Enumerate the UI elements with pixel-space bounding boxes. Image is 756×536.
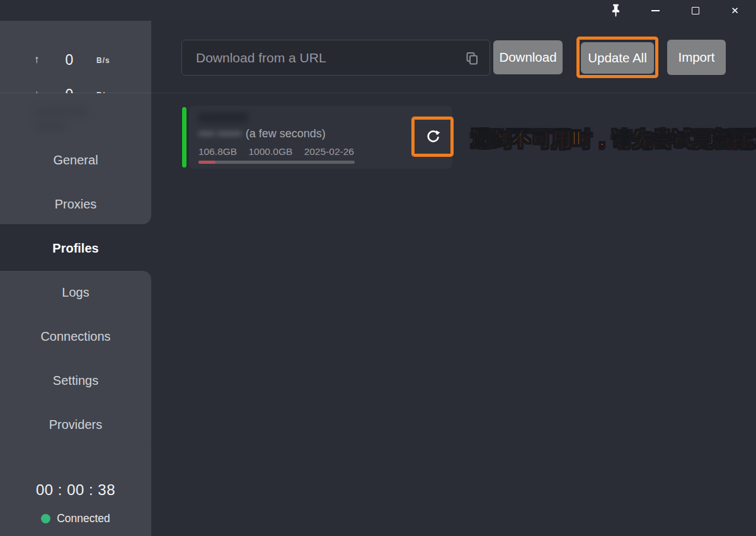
update-all-button[interactable]: Update All bbox=[581, 42, 654, 74]
close-button[interactable]: ✕ bbox=[715, 0, 755, 21]
profile-used-traffic: 106.8GB bbox=[198, 146, 237, 157]
redacted-profile-url: ▪▪▪▪ ▪▪▪▪▪▪ bbox=[198, 127, 242, 140]
paste-clipboard-button[interactable] bbox=[464, 51, 479, 66]
sidebar-bottom-divider bbox=[0, 447, 151, 448]
status-dot-icon bbox=[41, 514, 50, 523]
profile-updated-ago: (a few seconds) bbox=[246, 127, 326, 140]
traffic-progress-bar bbox=[198, 161, 355, 164]
download-button[interactable]: Download bbox=[493, 40, 563, 74]
redacted-profile-name: ▆▆▆▆▆▆ bbox=[198, 110, 248, 123]
profile-total-traffic: 1000.0GB bbox=[249, 146, 293, 157]
upload-speed-row: ↑ 0 B/s bbox=[0, 52, 151, 71]
maximize-button[interactable] bbox=[675, 0, 715, 21]
sidebar-item-proxies[interactable]: Proxies bbox=[0, 182, 151, 226]
redacted-sidebar-text: ▂▂▂▂▂▂▂ ▂▂▂▂ bbox=[37, 101, 117, 130]
window-controls: ✕ bbox=[596, 0, 755, 21]
url-input-container bbox=[181, 40, 490, 76]
refresh-icon bbox=[425, 128, 442, 145]
sidebar-item-general[interactable]: General bbox=[0, 138, 151, 182]
minimize-icon bbox=[651, 10, 660, 11]
profile-card[interactable]: ▆▆▆▆▆▆ ▪▪▪▪ ▪▪▪▪▪▪(a few seconds) 106.8G… bbox=[189, 106, 452, 169]
close-icon: ✕ bbox=[731, 6, 739, 15]
profile-stats-row: 106.8GB 1000.0GB 2025-02-26 bbox=[198, 146, 363, 157]
pin-window-button[interactable] bbox=[596, 0, 636, 21]
sidebar-item-logs[interactable]: Logs bbox=[0, 270, 151, 314]
sidebar-item-providers[interactable]: Providers bbox=[0, 402, 151, 447]
uptime-timer: 00 : 00 : 38 bbox=[0, 481, 151, 499]
traffic-progress-fill bbox=[198, 161, 215, 164]
url-input[interactable] bbox=[182, 40, 490, 75]
sidebar-item-profiles[interactable]: Profiles bbox=[0, 226, 151, 270]
traffic-panel: ↑ 0 B/s ↓ 0 B/s bbox=[0, 21, 151, 93]
status-label: Connected bbox=[57, 512, 110, 525]
profile-subtitle-row: ▪▪▪▪ ▪▪▪▪▪▪(a few seconds) bbox=[198, 127, 326, 140]
import-button[interactable]: Import bbox=[667, 40, 726, 75]
connection-status: Connected bbox=[0, 511, 151, 526]
upload-speed-unit: B/s bbox=[96, 56, 110, 65]
titlebar: ✕ bbox=[0, 0, 756, 21]
sidebar-top-divider bbox=[0, 93, 151, 93]
profile-expiry-date: 2025-02-26 bbox=[304, 146, 354, 157]
maximize-icon bbox=[692, 7, 699, 14]
sidebar-item-settings[interactable]: Settings bbox=[0, 358, 151, 402]
copy-icon bbox=[464, 51, 479, 66]
minimize-button[interactable] bbox=[636, 0, 675, 21]
upload-arrow-icon: ↑ bbox=[34, 54, 40, 66]
tutorial-annotation-text: 遇到不可用时，请先尝试更新配置 bbox=[471, 126, 756, 152]
sidebar-item-connections[interactable]: Connections bbox=[0, 314, 151, 358]
upload-speed-value: 0 bbox=[55, 52, 83, 69]
profile-active-indicator bbox=[182, 107, 186, 168]
pushpin-icon bbox=[611, 4, 621, 18]
profile-refresh-button[interactable] bbox=[416, 120, 449, 153]
